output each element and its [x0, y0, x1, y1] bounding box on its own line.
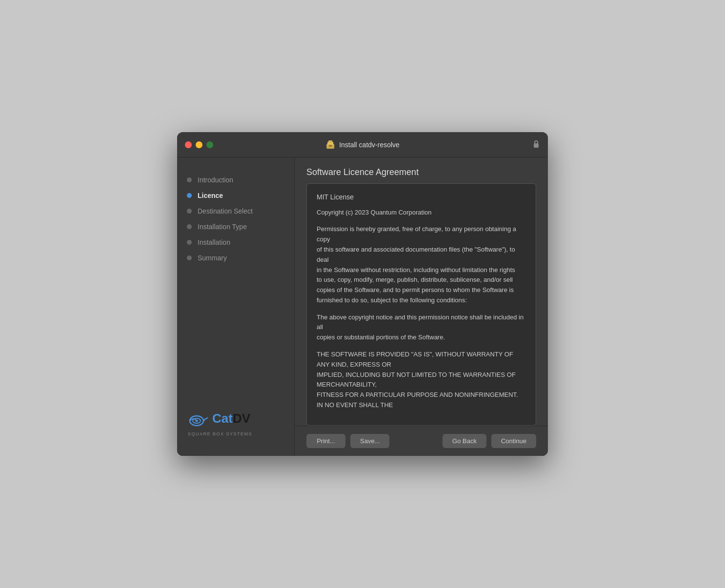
- lock-icon: [532, 139, 540, 150]
- license-para3: THE SOFTWARE IS PROVIDED "AS IS", WITHOU…: [317, 350, 526, 411]
- sidebar-dot-destination-select: [187, 209, 192, 214]
- traffic-lights: [185, 141, 213, 148]
- titlebar: Install catdv-resolve: [177, 132, 548, 157]
- installer-icon: [325, 140, 335, 150]
- svg-point-7: [196, 419, 198, 422]
- sidebar-label-installation-type: Installation Type: [198, 223, 247, 231]
- footer: Print... Save... Go Back Continue: [295, 426, 548, 456]
- svg-rect-2: [328, 140, 332, 143]
- sidebar-dot-licence: [187, 193, 192, 198]
- sidebar-dot-installation-type: [187, 224, 192, 229]
- content-area: Introduction Licence Destination Select …: [177, 157, 548, 456]
- main-panel: Software Licence Agreement MIT License C…: [294, 157, 548, 456]
- installer-window: Install catdv-resolve Introduction Licen…: [177, 132, 548, 456]
- sidebar-logo: CatDV SQUARE BOX SYSTEMS: [177, 397, 294, 446]
- sidebar-item-summary[interactable]: Summary: [177, 250, 294, 266]
- window-title: Install catdv-resolve: [339, 141, 400, 149]
- footer-left: Print... Save...: [306, 434, 389, 448]
- svg-rect-4: [534, 143, 539, 148]
- license-para2: The above copyright notice and this perm…: [317, 313, 526, 343]
- logo-subtitle: SQUARE BOX SYSTEMS: [187, 431, 252, 436]
- svg-rect-3: [329, 145, 332, 147]
- sidebar-label-destination-select: Destination Select: [198, 207, 253, 215]
- sidebar-dot-summary: [187, 255, 192, 260]
- sidebar-label-installation: Installation: [198, 238, 230, 246]
- sidebar-label-licence: Licence: [198, 192, 223, 199]
- license-content: MIT License Copyright (c) 2023 Quantum C…: [307, 184, 536, 425]
- print-button[interactable]: Print...: [306, 434, 345, 448]
- sidebar-nav: Introduction Licence Destination Select …: [177, 167, 294, 397]
- license-copyright: Copyright (c) 2023 Quantum Corporation: [317, 208, 526, 218]
- continue-button[interactable]: Continue: [491, 434, 536, 448]
- logo-text-full: CatDV: [212, 411, 250, 426]
- catdv-logo-icon: [187, 407, 210, 431]
- sidebar-label-introduction: Introduction: [198, 176, 233, 184]
- close-button[interactable]: [185, 141, 192, 148]
- license-para1: Permission is hereby granted, free of ch…: [317, 224, 526, 305]
- logo-container: CatDV: [187, 407, 250, 431]
- sidebar: Introduction Licence Destination Select …: [177, 157, 294, 456]
- logo-cat: Cat: [212, 411, 233, 426]
- save-button[interactable]: Save...: [350, 434, 389, 448]
- sidebar-item-installation-type[interactable]: Installation Type: [177, 219, 294, 235]
- footer-right: Go Back Continue: [443, 434, 536, 448]
- maximize-button[interactable]: [206, 141, 213, 148]
- logo-dv: DV: [233, 411, 250, 426]
- sidebar-dot-introduction: [187, 177, 192, 182]
- section-title: Software Licence Agreement: [295, 157, 548, 183]
- sidebar-item-introduction[interactable]: Introduction: [177, 172, 294, 188]
- minimize-button[interactable]: [196, 141, 202, 148]
- sidebar-item-destination-select[interactable]: Destination Select: [177, 203, 294, 219]
- license-title: MIT License: [317, 192, 526, 202]
- titlebar-center: Install catdv-resolve: [325, 140, 400, 150]
- sidebar-item-installation[interactable]: Installation: [177, 235, 294, 250]
- license-box[interactable]: MIT License Copyright (c) 2023 Quantum C…: [306, 183, 536, 426]
- sidebar-label-summary: Summary: [198, 254, 227, 262]
- go-back-button[interactable]: Go Back: [443, 434, 486, 448]
- sidebar-item-licence[interactable]: Licence: [177, 188, 294, 203]
- sidebar-dot-installation: [187, 240, 192, 245]
- logo-text: CatDV: [212, 411, 250, 426]
